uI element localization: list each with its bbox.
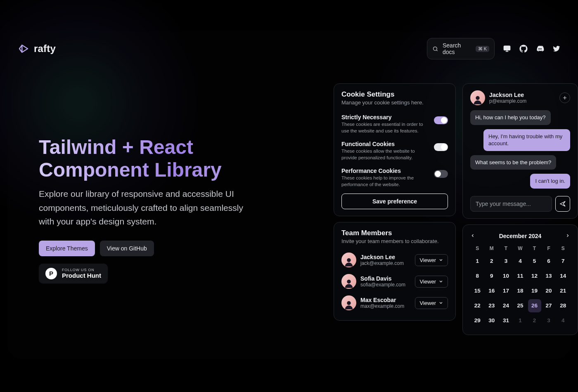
calendar-day[interactable]: 9 (485, 269, 499, 283)
calendar-day[interactable]: 22 (470, 298, 485, 313)
team-title: Team Members (341, 229, 448, 237)
calendar-dow: W (513, 243, 528, 254)
calendar-day[interactable]: 13 (542, 269, 556, 283)
chat-user-email: p@example.com (489, 98, 526, 104)
chat-bubble: Hi, how can I help you today? (470, 110, 551, 125)
avatar (341, 253, 356, 267)
calendar-day[interactable]: 31 (499, 313, 513, 328)
member-email: jack@example.com (360, 260, 411, 266)
calendar-dow: T (527, 243, 542, 254)
brand-logo[interactable]: rafty (17, 43, 56, 55)
hero-title: Tailwind + React Component Library (39, 136, 295, 181)
calendar-day[interactable]: 5 (527, 254, 542, 269)
calendar-day[interactable]: 15 (470, 283, 485, 298)
calendar-day[interactable]: 18 (513, 283, 528, 298)
hero-subtitle: Explore our library of responsive and ac… (39, 187, 253, 228)
twitter-icon[interactable] (552, 45, 561, 53)
cookie-title: Cookie Settings (341, 90, 448, 99)
search-input[interactable]: Search docs ⌘ K (427, 38, 495, 59)
calendar-day[interactable]: 10 (499, 269, 513, 283)
cookie-desc: These cookies are essential in order to … (341, 121, 429, 134)
cookie-name: Strictly Necessary (341, 114, 429, 120)
calendar-day[interactable]: 3 (499, 254, 513, 269)
member-name: Max Escobar (360, 297, 411, 303)
cookie-toggle[interactable] (434, 170, 448, 178)
calendar-next-button[interactable] (565, 232, 570, 240)
calendar-day[interactable]: 21 (556, 283, 570, 298)
calendar-day[interactable]: 27 (542, 298, 556, 313)
view-github-button[interactable]: View on GitHub (100, 241, 154, 256)
cookie-toggle[interactable] (434, 116, 448, 124)
member-name: Jackson Lee (360, 254, 411, 260)
chevron-left-icon (470, 233, 475, 238)
chevron-right-icon (565, 233, 570, 238)
calendar-day[interactable]: 30 (485, 313, 499, 328)
calendar-day[interactable]: 1 (470, 254, 485, 269)
calendar-day[interactable]: 17 (499, 283, 513, 298)
chat-bubble: Hey, I'm having trouble with my account. (483, 129, 570, 151)
avatar (341, 274, 356, 289)
calendar-day[interactable]: 16 (485, 283, 499, 298)
product-hunt-prefix: FOLLOW US ON (62, 268, 101, 272)
calendar-day[interactable]: 19 (527, 283, 542, 298)
member-role-select[interactable]: Viewer (415, 297, 448, 309)
calendar-day[interactable]: 28 (556, 298, 570, 313)
calendar-day[interactable]: 1 (513, 313, 528, 328)
calendar-day[interactable]: 4 (513, 254, 528, 269)
svg-point-5 (476, 96, 479, 100)
save-preference-button[interactable]: Save preference (341, 194, 448, 209)
member-role-select[interactable]: Viewer (415, 276, 448, 288)
calendar-day[interactable]: 3 (542, 313, 556, 328)
product-hunt-icon: P (45, 268, 57, 279)
member-name: Sofia Davis (360, 275, 411, 282)
member-role-label: Viewer (419, 279, 436, 285)
product-hunt-badge[interactable]: P FOLLOW US ON Product Hunt (39, 264, 108, 283)
search-placeholder: Search docs (443, 42, 471, 55)
calendar-day[interactable]: 11 (513, 269, 528, 283)
calendar-day[interactable]: 25 (513, 298, 528, 313)
svg-rect-1 (504, 46, 510, 50)
calendar-dow: T (499, 243, 513, 254)
svg-point-4 (347, 301, 351, 305)
member-role-select[interactable]: Viewer (415, 254, 448, 266)
svg-point-0 (434, 47, 437, 50)
calendar-day[interactable]: 4 (556, 313, 570, 328)
calendar-dow: S (470, 243, 485, 254)
add-chat-button[interactable] (559, 92, 570, 103)
cookie-toggle[interactable] (434, 143, 448, 151)
rafty-logo-icon (17, 43, 30, 55)
chat-bubble: I can't log in. (530, 174, 570, 189)
github-icon[interactable] (519, 45, 528, 53)
chat-card: Jackson Lee p@example.com Hi, how can I … (462, 83, 578, 219)
calendar-day[interactable]: 6 (542, 254, 556, 269)
svg-point-2 (347, 258, 351, 262)
chevron-down-icon (438, 257, 443, 262)
calendar-day[interactable]: 23 (485, 298, 499, 313)
team-subtitle: Invite your team members to collaborate. (341, 238, 448, 244)
cookie-subtitle: Manage your cookie settings here. (341, 99, 448, 106)
calendar-day[interactable]: 7 (556, 254, 570, 269)
calendar-day[interactable]: 29 (470, 313, 485, 328)
calendar-day[interactable]: 2 (527, 313, 542, 328)
discord-icon[interactable] (536, 45, 544, 53)
send-message-button[interactable] (555, 196, 570, 212)
brand-name: rafty (34, 43, 56, 54)
calendar-day[interactable]: 20 (542, 283, 556, 298)
calendar-day[interactable]: 2 (485, 254, 499, 269)
chat-bubble: What seems to be the problem? (470, 155, 556, 170)
search-icon (432, 46, 438, 52)
explore-themes-button[interactable]: Explore Themes (39, 241, 95, 256)
chevron-down-icon (438, 300, 443, 305)
avatar (341, 295, 356, 310)
calendar-day[interactable]: 26 (527, 298, 542, 313)
monitor-icon[interactable] (503, 45, 511, 53)
calendar-day[interactable]: 24 (499, 298, 513, 313)
chat-message-input[interactable]: Type your message... (470, 196, 552, 212)
calendar-day[interactable]: 8 (470, 269, 485, 283)
calendar-day[interactable]: 14 (556, 269, 570, 283)
calendar-day[interactable]: 12 (527, 269, 542, 283)
calendar-prev-button[interactable] (470, 232, 475, 240)
calendar-month-label: December 2024 (499, 233, 542, 239)
calendar-card: December 2024 SMTWTFS 123456789101112131… (462, 224, 578, 335)
product-hunt-name: Product Hunt (62, 272, 101, 279)
